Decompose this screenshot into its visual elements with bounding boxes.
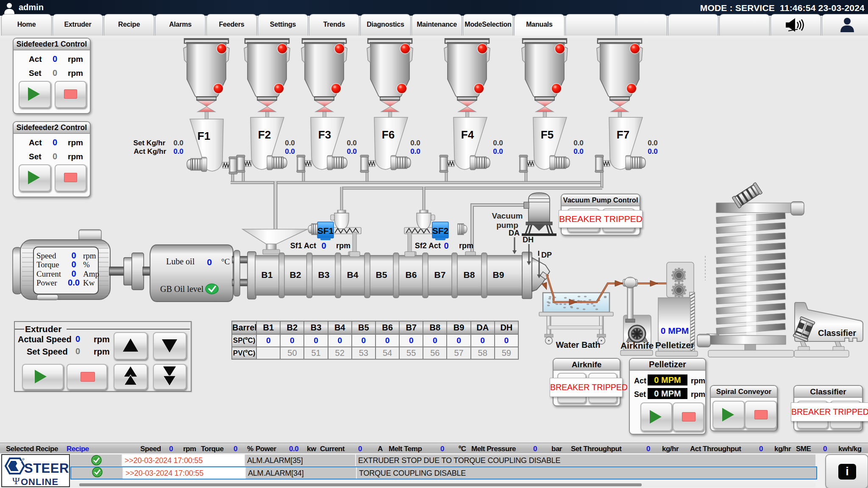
svg-text:F1: F1 xyxy=(198,130,210,142)
svg-text:Pelletizer: Pelletizer xyxy=(655,340,694,350)
svg-text:Speed: Speed xyxy=(36,251,56,260)
svg-text:0.0: 0.0 xyxy=(648,139,658,147)
svg-text:Torque: Torque xyxy=(36,260,59,269)
svg-text:B4: B4 xyxy=(347,270,359,280)
svg-text:rpm: rpm xyxy=(83,251,96,260)
svg-text:DP: DP xyxy=(541,251,552,259)
svg-text:0.0: 0.0 xyxy=(410,147,420,155)
svg-text:pump: pump xyxy=(496,221,518,230)
svg-text:0.0: 0.0 xyxy=(573,147,584,155)
svg-text:Vacuum: Vacuum xyxy=(492,211,523,220)
svg-text:Lube oil: Lube oil xyxy=(166,257,195,266)
svg-text:0: 0 xyxy=(444,241,448,250)
svg-text:B2: B2 xyxy=(290,270,301,280)
svg-text:F3: F3 xyxy=(318,128,331,141)
svg-text:B5: B5 xyxy=(376,270,387,280)
svg-text:0 MPM: 0 MPM xyxy=(661,326,689,336)
svg-text:0.0: 0.0 xyxy=(347,139,357,147)
svg-text:Amp: Amp xyxy=(83,269,99,278)
svg-text:Power: Power xyxy=(36,278,57,287)
svg-text:Sf1 Act: Sf1 Act xyxy=(290,241,316,250)
svg-text:SF1: SF1 xyxy=(317,226,334,236)
svg-text:0.0: 0.0 xyxy=(410,139,420,147)
svg-text:0: 0 xyxy=(207,257,212,267)
svg-text:0: 0 xyxy=(71,269,76,278)
svg-text:Current: Current xyxy=(36,269,61,278)
svg-text:DA: DA xyxy=(509,229,520,237)
svg-text:B7: B7 xyxy=(434,270,446,280)
svg-text:0: 0 xyxy=(71,260,76,269)
svg-text:°C: °C xyxy=(221,257,230,266)
svg-text:Water Bath: Water Bath xyxy=(556,340,601,349)
svg-text:F5: F5 xyxy=(541,128,554,141)
svg-text:Set Kg/hr: Set Kg/hr xyxy=(133,139,165,147)
svg-text:SF2: SF2 xyxy=(432,226,449,236)
svg-text:0.0: 0.0 xyxy=(173,139,184,147)
svg-text:0.0: 0.0 xyxy=(347,147,357,155)
svg-text:F7: F7 xyxy=(617,128,629,141)
svg-text:B6: B6 xyxy=(406,270,417,280)
svg-text:Sf2 Act: Sf2 Act xyxy=(415,241,441,250)
svg-text:0.0: 0.0 xyxy=(173,147,184,155)
svg-text:DH: DH xyxy=(523,236,534,244)
svg-text:F4: F4 xyxy=(461,128,474,141)
svg-text:Kw: Kw xyxy=(83,278,95,287)
svg-text:B3: B3 xyxy=(318,270,330,280)
svg-text:Airknife: Airknife xyxy=(620,341,654,350)
svg-text:GB Oil level: GB Oil level xyxy=(160,284,204,294)
svg-text:%: % xyxy=(83,260,90,269)
svg-text:F2: F2 xyxy=(258,128,271,141)
svg-text:F6: F6 xyxy=(382,128,395,141)
svg-text:B8: B8 xyxy=(464,270,475,280)
svg-text:0.0: 0.0 xyxy=(493,147,503,155)
svg-text:0.0: 0.0 xyxy=(285,139,295,147)
svg-text:0.0: 0.0 xyxy=(285,147,295,155)
svg-text:0: 0 xyxy=(321,241,326,250)
svg-text:B1: B1 xyxy=(262,270,273,280)
svg-text:0: 0 xyxy=(71,251,76,260)
svg-text:B9: B9 xyxy=(493,270,504,280)
svg-text:rpm: rpm xyxy=(336,241,351,250)
svg-text:Classifier: Classifier xyxy=(818,328,856,338)
svg-text:0.0: 0.0 xyxy=(648,147,658,155)
svg-text:0.0: 0.0 xyxy=(493,139,503,147)
svg-text:0.0: 0.0 xyxy=(68,278,80,287)
svg-text:rpm: rpm xyxy=(459,241,473,250)
svg-text:Act Kg/hr: Act Kg/hr xyxy=(134,147,167,155)
svg-text:0.0: 0.0 xyxy=(573,139,584,147)
